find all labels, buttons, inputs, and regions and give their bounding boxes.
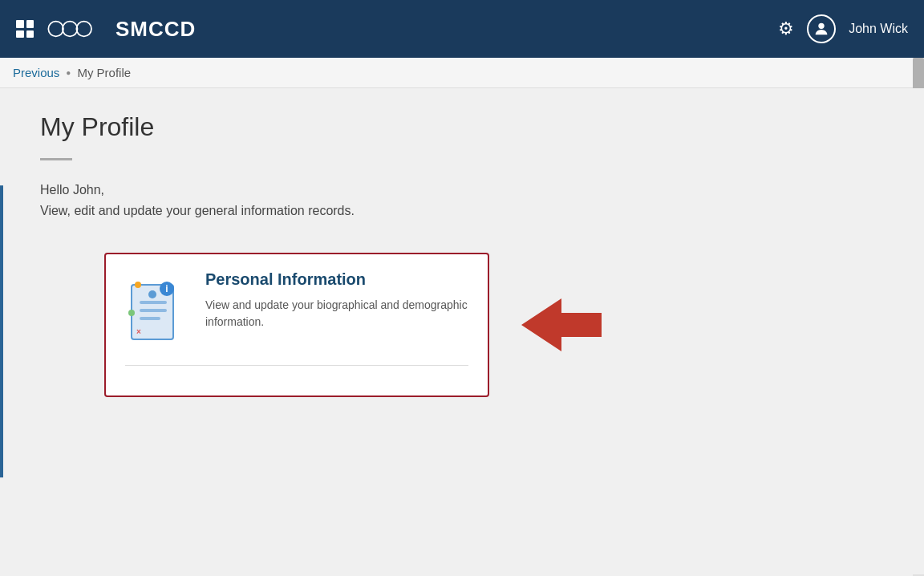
user-avatar-icon [807, 14, 836, 43]
logo-text: SMCCD [116, 17, 196, 42]
breadcrumb: Previous ● My Profile [0, 58, 924, 88]
svg-point-3 [819, 23, 825, 29]
header: SMCCD ⚙ John Wick [0, 0, 924, 58]
svg-point-8 [148, 290, 156, 298]
card-inner: i × Personal Information View and update… [125, 270, 468, 352]
svg-marker-14 [521, 298, 602, 351]
greeting-text: Hello John, View, edit and update your g… [40, 180, 884, 221]
breadcrumb-current: My Profile [77, 66, 131, 79]
grid-icon[interactable] [16, 20, 34, 38]
greeting-line2: View, edit and update your general infor… [40, 204, 355, 217]
user-name: John Wick [849, 22, 908, 36]
card-description: View and update your biographical and de… [205, 297, 468, 331]
logo-rings [47, 9, 103, 49]
svg-rect-7 [140, 317, 160, 320]
card-icon-wrap: i × [125, 277, 189, 352]
svg-rect-6 [140, 309, 167, 312]
gear-icon[interactable]: ⚙ [778, 18, 794, 39]
page-title: My Profile [40, 112, 884, 142]
main-content: My Profile Hello John, View, edit and up… [0, 88, 924, 574]
greeting-line1: Hello John, [40, 183, 104, 197]
personal-information-card[interactable]: i × Personal Information View and update… [104, 253, 489, 397]
breadcrumb-separator: ● [66, 68, 71, 77]
left-accent-bar [0, 185, 3, 477]
title-divider [40, 158, 72, 160]
card-title: Personal Information [205, 270, 468, 289]
breadcrumb-previous-link[interactable]: Previous [13, 66, 59, 79]
header-right: ⚙ John Wick [778, 14, 908, 43]
svg-point-12 [128, 310, 135, 316]
svg-point-1 [63, 22, 78, 37]
card-area: i × Personal Information View and update… [104, 253, 884, 397]
svg-text:×: × [136, 327, 141, 336]
svg-text:i: i [165, 283, 168, 294]
svg-point-11 [135, 282, 141, 288]
card-title-wrap: Personal Information View and update you… [205, 270, 468, 331]
card-separator [125, 365, 468, 366]
svg-point-2 [76, 22, 91, 37]
red-arrow-icon [521, 297, 602, 353]
svg-rect-5 [140, 301, 167, 304]
scrollbar-thumb[interactable] [913, 58, 924, 90]
header-left: SMCCD [16, 9, 196, 49]
svg-point-0 [48, 22, 63, 37]
